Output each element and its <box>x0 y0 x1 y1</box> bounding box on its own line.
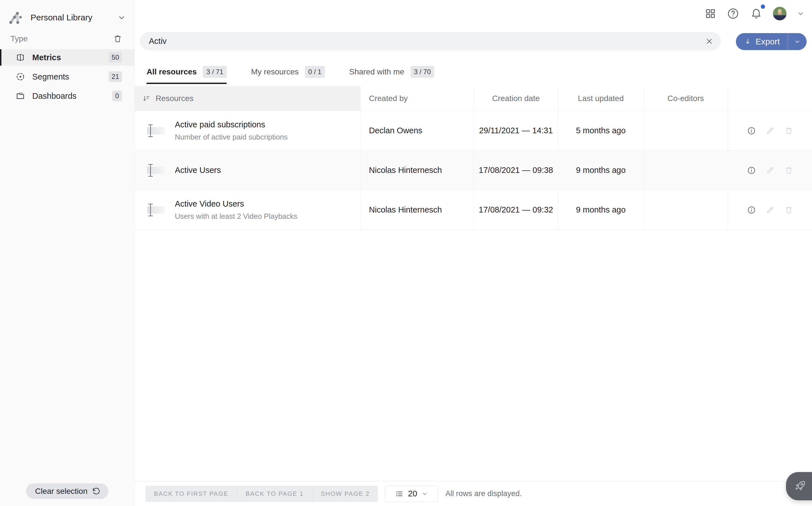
tab-shared-with-me[interactable]: Shared with me 3 / 70 <box>349 66 434 78</box>
export-main[interactable]: Export <box>736 33 788 50</box>
export-options-chevron-icon[interactable] <box>788 33 807 50</box>
metric-thumb-icon <box>145 123 166 138</box>
sort-icon[interactable] <box>142 94 151 103</box>
info-icon[interactable] <box>747 166 756 175</box>
resource-title[interactable]: Active Video Users <box>175 199 297 208</box>
clear-selection-button[interactable]: Clear selection <box>26 483 108 499</box>
segments-count-badge: 21 <box>109 71 122 82</box>
search-field[interactable] <box>140 32 721 51</box>
column-header-label: Co-editors <box>667 94 704 103</box>
rows-status-text: All rows are displayed. <box>445 489 522 498</box>
tab-count-badge: 3 / 71 <box>203 66 227 78</box>
avatar[interactable] <box>773 7 787 20</box>
notifications-bell-icon[interactable] <box>750 7 763 20</box>
table-header-row: Resources Created by Creation date Last … <box>135 86 812 111</box>
delete-trash-icon[interactable] <box>784 166 793 175</box>
sidebar-item-dashboards[interactable]: Dashboards 0 <box>0 88 134 104</box>
type-filter-list: Metrics 50 Segments 21 Dashboards 0 <box>0 49 134 104</box>
column-header-creation-date[interactable]: Creation date <box>474 86 558 111</box>
chevron-down-icon[interactable] <box>117 13 126 22</box>
edit-pencil-icon[interactable] <box>765 205 775 215</box>
edit-pencil-icon[interactable] <box>765 166 775 175</box>
segment-icon <box>16 72 25 82</box>
notification-dot <box>761 5 765 9</box>
quick-start-fab[interactable] <box>786 472 812 500</box>
table-row[interactable]: Active Video Users Users with at least 2… <box>135 190 812 230</box>
table-row[interactable]: Active Users Nicolas Hinternesch 17/08/2… <box>135 151 812 190</box>
export-label: Export <box>756 37 780 47</box>
pagination-controls: BACK TO FIRST PAGE BACK TO PAGE 1 SHOW P… <box>146 486 378 502</box>
sidebar-item-segments[interactable]: Segments 21 <box>0 69 134 85</box>
clear-search-icon[interactable] <box>705 37 714 46</box>
delete-trash-icon[interactable] <box>784 205 793 215</box>
last-updated-cell: 9 months ago <box>558 151 644 190</box>
info-icon[interactable] <box>747 205 756 215</box>
resource-title[interactable]: Active paid subscriptions <box>175 120 288 129</box>
creation-date-cell: 17/08/2021 — 09:38 <box>474 151 558 190</box>
column-header-actions <box>728 86 812 111</box>
clear-selection-label: Clear selection <box>35 487 87 496</box>
sidebar: Personal Library Type Metrics 50 <box>0 0 135 506</box>
download-arrow-icon <box>744 37 752 46</box>
column-header-created-by[interactable]: Created by <box>360 86 474 111</box>
tab-my-resources[interactable]: My resources 0 / 1 <box>251 66 325 78</box>
co-editors-cell <box>644 190 728 230</box>
sidebar-item-label: Segments <box>32 72 69 82</box>
resource-tabs: All resources 3 / 71 My resources 0 / 1 … <box>147 64 434 80</box>
column-header-label: Creation date <box>492 94 540 103</box>
workspace-switcher[interactable]: Personal Library <box>0 0 134 28</box>
clear-filter-trash-icon[interactable] <box>113 34 122 44</box>
info-icon[interactable] <box>747 126 756 135</box>
list-icon <box>395 490 403 498</box>
folder-icon <box>16 91 25 101</box>
undo-icon <box>92 487 100 496</box>
co-editors-cell <box>644 111 728 150</box>
last-updated-cell: 5 months ago <box>558 111 644 150</box>
page-size-chevron-icon <box>422 491 428 497</box>
delete-trash-icon[interactable] <box>784 126 793 135</box>
resource-subtitle: Users with at least 2 Video Playbacks <box>175 212 297 221</box>
column-header-label: Resources <box>156 94 193 103</box>
page-size-select[interactable]: 20 <box>385 486 438 502</box>
created-by-cell: Nicolas Hinternesch <box>360 190 474 230</box>
tab-label: My resources <box>251 67 298 76</box>
column-header-label: Last updated <box>578 94 624 103</box>
column-header-last-updated[interactable]: Last updated <box>558 86 644 111</box>
dashboards-count-badge: 0 <box>112 91 122 101</box>
sidebar-item-label: Metrics <box>32 53 61 62</box>
type-section-label: Type <box>10 34 28 43</box>
column-header-label: Created by <box>369 94 408 103</box>
back-to-first-page-button[interactable]: BACK TO FIRST PAGE <box>146 486 237 502</box>
metric-thumb-icon <box>145 202 166 217</box>
table-row[interactable]: Active paid subscriptions Number of acti… <box>135 111 812 151</box>
metric-thumb-icon <box>145 163 166 178</box>
account-chevron-down-icon[interactable] <box>797 10 805 17</box>
table-footer: BACK TO FIRST PAGE BACK TO PAGE 1 SHOW P… <box>135 481 812 506</box>
apps-grid-icon[interactable] <box>705 8 716 19</box>
column-header-resources[interactable]: Resources <box>135 86 360 111</box>
resource-title[interactable]: Active Users <box>175 166 221 175</box>
export-button[interactable]: Export <box>736 33 807 50</box>
co-editors-cell <box>644 151 728 190</box>
edit-pencil-icon[interactable] <box>765 126 775 135</box>
creation-date-cell: 29/11/2021 — 14:31 <box>474 111 558 150</box>
resources-table: Resources Created by Creation date Last … <box>135 86 812 230</box>
app-logo-icon <box>8 10 23 25</box>
workspace-name: Personal Library <box>30 13 92 22</box>
show-page-2-button[interactable]: SHOW PAGE 2 <box>312 486 378 502</box>
last-updated-cell: 9 months ago <box>558 190 644 230</box>
sidebar-item-label: Dashboards <box>32 91 76 101</box>
page-size-value: 20 <box>408 489 417 498</box>
rocket-icon <box>793 480 807 493</box>
created-by-cell: Declan Owens <box>360 111 474 150</box>
help-icon[interactable] <box>727 7 740 20</box>
search-input[interactable] <box>140 32 705 51</box>
metrics-count-badge: 50 <box>109 52 122 63</box>
resource-subtitle: Number of active paid subcriptions <box>175 133 288 142</box>
column-header-co-editors[interactable]: Co-editors <box>644 86 728 111</box>
back-to-page-1-button[interactable]: BACK TO PAGE 1 <box>237 486 312 502</box>
sidebar-item-metrics[interactable]: Metrics 50 <box>0 49 134 66</box>
tab-label: All resources <box>147 67 197 76</box>
topbar-actions <box>705 6 805 21</box>
tab-all-resources[interactable]: All resources 3 / 71 <box>147 66 227 78</box>
